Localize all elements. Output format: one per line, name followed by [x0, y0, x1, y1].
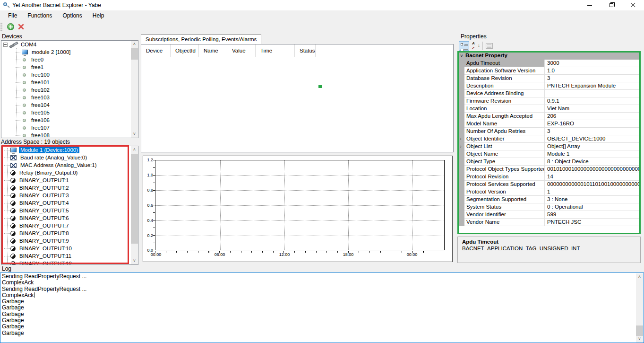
property-name[interactable]: Device Address Binding [464, 90, 545, 97]
property-grid[interactable]: ˅ Bacnet Property Apdu Timeout 3000 Appl… [457, 51, 641, 234]
property-row[interactable]: Vendor Identifier 599 [458, 211, 640, 219]
property-row[interactable]: Model Name EXP-16RO [458, 120, 640, 128]
property-value[interactable]: 0000000000001011010010000000000010000000 [545, 181, 640, 188]
expand-chevron-icon[interactable] [458, 219, 464, 226]
property-name[interactable]: Model Name [464, 120, 545, 128]
property-name[interactable]: Object List [464, 143, 545, 150]
scrollbar-thumb[interactable] [131, 48, 138, 60]
tree-item-root[interactable]: COM4 [1, 41, 138, 48]
expand-chevron-icon[interactable] [458, 120, 464, 128]
restore-button[interactable] [601, 0, 622, 10]
property-value[interactable]: PNTECH JSC [545, 219, 640, 226]
scroll-down-icon[interactable]: ˅ [131, 131, 138, 138]
expand-chevron-icon[interactable] [458, 173, 464, 181]
close-button[interactable] [622, 0, 644, 10]
property-name[interactable]: Segmentation Supported [464, 196, 545, 203]
column-header[interactable]: Name [199, 44, 227, 57]
property-value[interactable]: 3 [545, 75, 640, 82]
property-row[interactable]: Vendor Name PNTECH JSC [458, 219, 640, 226]
property-name[interactable]: Protocol Object Types Supported [464, 166, 545, 173]
column-header[interactable]: Value [227, 44, 256, 57]
expand-chevron-icon[interactable] [458, 113, 464, 120]
tree-item[interactable]: BINARY_OUTPUT:4 [1, 199, 138, 207]
chevron-down-icon[interactable]: ˅ [458, 53, 465, 58]
tree-item[interactable]: module 2 [1000] [1, 48, 138, 56]
tree-item[interactable]: MAC Address (Analog_Value:1) [1, 161, 138, 169]
tree-item[interactable]: Baud rate (Analog_Value:0) [1, 154, 138, 161]
property-name[interactable]: Number Of Apdu Retries [464, 128, 545, 135]
tree-item[interactable]: BINARY_OUTPUT:8 [1, 229, 138, 237]
menu-item[interactable]: File [3, 10, 22, 21]
property-name[interactable]: Location [464, 105, 545, 113]
property-row[interactable]: Firmware Revision 0.9.1 [458, 97, 640, 105]
property-row[interactable]: Object Identifier OBJECT_DEVICE:1000 [458, 135, 640, 143]
property-row[interactable]: Number Of Apdu Retries 3 [458, 128, 640, 135]
property-value[interactable]: 14 [545, 173, 640, 181]
expand-chevron-icon[interactable] [458, 75, 464, 82]
property-name[interactable]: Application Software Version [464, 67, 545, 75]
devices-tree[interactable]: COM4 module 2 [1000] free0 [1, 40, 138, 138]
tree-item[interactable]: free107 [1, 124, 138, 132]
property-row[interactable]: Database Revision 3 [458, 75, 640, 82]
property-value[interactable]: 3 [545, 128, 640, 135]
property-value[interactable]: 8 : Object Device [545, 158, 640, 166]
column-header[interactable]: Status [295, 44, 316, 57]
tree-item[interactable]: BINARY_OUTPUT:12 [1, 260, 138, 265]
tree-item[interactable]: free104 [1, 101, 138, 109]
expand-chevron-icon[interactable] [458, 135, 464, 143]
address-space-tree[interactable]: Module 1 (Device:1000) Baud rate (Analog… [1, 146, 138, 265]
expand-chevron-icon[interactable] [458, 181, 464, 188]
property-row[interactable]: Device Address Binding [458, 90, 640, 97]
add-device-button[interactable] [5, 22, 16, 32]
expand-chevron-icon[interactable] [458, 60, 464, 67]
property-value[interactable]: 3000 [545, 60, 640, 67]
tree-item[interactable]: BINARY_OUTPUT:5 [1, 207, 138, 214]
property-name[interactable]: Object Type [464, 158, 545, 166]
property-name[interactable]: Description [464, 82, 545, 90]
property-row[interactable]: Protocol Services Supported 000000000000… [458, 181, 640, 188]
menu-item[interactable]: Help [87, 10, 110, 21]
expand-chevron-icon[interactable] [458, 211, 464, 219]
tree-item[interactable]: BINARY_OUTPUT:1 [1, 176, 138, 184]
tree-item[interactable]: BINARY_OUTPUT:2 [1, 184, 138, 192]
property-value[interactable]: 1 [545, 188, 640, 196]
property-row[interactable]: Object List Object[] Array [458, 143, 640, 150]
scrollbar-thumb[interactable] [131, 154, 138, 244]
tree-item[interactable]: BINARY_OUTPUT:10 [1, 245, 138, 252]
expand-chevron-icon[interactable] [458, 97, 464, 105]
expand-chevron-icon[interactable] [458, 166, 464, 173]
expand-chevron-icon[interactable] [458, 67, 464, 75]
tree-item[interactable]: free106 [1, 116, 138, 124]
tree-item[interactable]: free108 [1, 132, 138, 138]
property-value[interactable]: EXP-16RO [545, 120, 640, 128]
property-value[interactable]: Module 1 [545, 150, 640, 158]
property-value[interactable]: PNTECH Expansion Module [545, 82, 640, 90]
tab-subscriptions[interactable]: Subscriptions, Periodic Polling, Events/… [141, 34, 261, 44]
column-header[interactable]: Time [256, 44, 295, 57]
property-value[interactable]: 0 : Operational [545, 203, 640, 211]
tree-item[interactable]: BINARY_OUTPUT:7 [1, 222, 138, 229]
property-row[interactable]: Application Software Version 1.0 [458, 67, 640, 75]
scroll-down-icon[interactable]: ˅ [131, 257, 138, 264]
property-name[interactable]: Protocol Version [464, 188, 545, 196]
scroll-down-icon[interactable]: ˅ [636, 335, 643, 343]
property-row[interactable]: Object Name Module 1 [458, 150, 640, 158]
property-value[interactable]: 599 [545, 211, 640, 219]
property-value[interactable]: 0.9.1 [545, 97, 640, 105]
property-value[interactable]: Viet Nam [545, 105, 640, 113]
expand-chevron-icon[interactable] [458, 128, 464, 135]
tree-item[interactable]: free1 [1, 63, 138, 71]
property-row[interactable]: Location Viet Nam [458, 105, 640, 113]
property-row[interactable]: Object Type 8 : Object Device [458, 158, 640, 166]
tree-item[interactable]: free0 [1, 56, 138, 63]
expand-chevron-icon[interactable] [458, 203, 464, 211]
expand-chevron-icon[interactable] [458, 150, 464, 158]
property-row[interactable]: Protocol Revision 14 [458, 173, 640, 181]
property-name[interactable]: Max Apdu Length Accepted [464, 113, 545, 120]
remove-device-button[interactable] [16, 22, 26, 32]
property-value[interactable]: OBJECT_DEVICE:1000 [545, 135, 640, 143]
devices-scrollbar[interactable]: ˄ ˅ [131, 41, 138, 138]
tree-item[interactable]: free105 [1, 109, 138, 116]
tree-item[interactable]: free103 [1, 94, 138, 101]
expand-chevron-icon[interactable] [458, 90, 464, 97]
